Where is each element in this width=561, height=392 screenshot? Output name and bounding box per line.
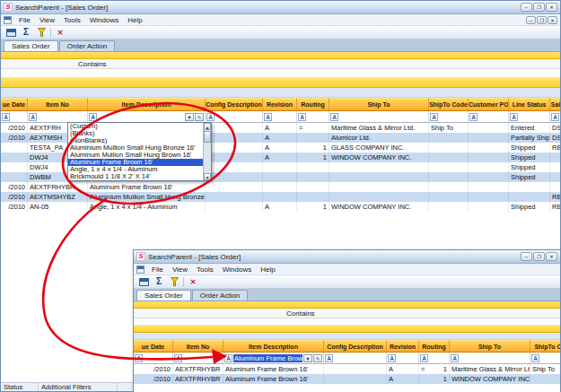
column-header[interactable]: Item No — [28, 98, 88, 110]
column-header[interactable]: ue Date — [134, 340, 173, 352]
column-header[interactable]: Customer PO — [469, 98, 509, 110]
filter-a-icon[interactable]: A — [451, 354, 459, 362]
filter-cell[interactable]: A — [324, 353, 387, 363]
tab-sales-order[interactable]: Sales Order — [136, 290, 191, 301]
column-header[interactable]: ShipTo C — [530, 340, 560, 352]
filter-a-icon[interactable]: A — [224, 354, 232, 362]
filter-cell[interactable]: A — [28, 111, 88, 122]
filter-a-icon[interactable]: A — [469, 113, 478, 121]
filter-cell[interactable]: A — [134, 353, 173, 363]
column-header[interactable]: Config Description — [324, 340, 387, 352]
filter-cell[interactable]: A — [509, 111, 550, 122]
filter-a-icon[interactable]: A — [174, 354, 182, 362]
filter-cell[interactable]: A — [1, 111, 28, 122]
menu-view[interactable]: View — [35, 16, 59, 24]
filter-cell[interactable]: A▼✎ — [88, 111, 206, 122]
dropdown-item[interactable]: Aluminium Mullion Small Hung Bronze 16' — [68, 144, 203, 152]
child-titlebar[interactable]: S SearchParent - [Sales Order] ─ ❐ ✕ — [134, 250, 560, 264]
scroll-up-icon[interactable]: ▲ — [204, 123, 211, 130]
additional-filters-panel[interactable]: Additional Filters — [39, 383, 118, 391]
scrollbar-track[interactable] — [204, 144, 211, 173]
filter-cell[interactable]: A — [530, 353, 560, 363]
filter-cell[interactable]: A — [329, 111, 429, 122]
mdi-close-icon[interactable]: ✕ — [548, 16, 557, 24]
dropdown-item[interactable]: Angle, 1 x 4 x 1/4 - Aluminum — [68, 166, 203, 173]
filter-a-icon[interactable]: A — [388, 354, 396, 362]
filter-cell[interactable]: A — [419, 353, 450, 363]
menu-windows[interactable]: Windows — [85, 16, 123, 24]
filter-cell[interactable]: A — [206, 111, 263, 122]
filter-edit-button[interactable]: ✎ — [195, 113, 204, 121]
menu-file[interactable]: File — [147, 266, 168, 274]
filter-a-icon[interactable]: A — [2, 113, 10, 121]
maximize-icon[interactable]: ❐ — [533, 3, 545, 12]
filter-cell[interactable]: A — [263, 111, 297, 122]
dropdown-scrollbar[interactable]: ▲ ▼ — [203, 123, 211, 180]
column-header[interactable]: Routing — [419, 340, 450, 352]
column-header[interactable]: Sales R — [550, 98, 560, 110]
filter-cell[interactable]: A — [550, 111, 560, 122]
menu-tools[interactable]: Tools — [192, 266, 218, 274]
menu-help[interactable]: Help — [123, 16, 146, 24]
table-row[interactable]: /2010AEXTMSHYBZAluminium Mullion Small H… — [1, 192, 560, 202]
grid-window-icon[interactable] — [4, 27, 17, 39]
menu-file[interactable]: File — [14, 16, 35, 24]
tab-sales-order[interactable]: Sales Order — [4, 40, 58, 51]
filter-dropdown-button[interactable]: ▼ — [303, 354, 312, 362]
filter-funnel-icon[interactable] — [35, 27, 48, 39]
clear-filter-icon[interactable]: ✕ — [187, 276, 199, 288]
filter-a-icon[interactable]: A — [29, 113, 37, 121]
sum-icon[interactable]: Σ — [153, 276, 165, 288]
dropdown-item[interactable]: Aluminum Frame Brown 16' — [68, 159, 203, 166]
tab-order-action[interactable]: Order Action — [59, 40, 115, 51]
menu-tools[interactable]: Tools — [59, 16, 85, 24]
menu-help[interactable]: Help — [256, 266, 279, 274]
minimize-icon[interactable]: ─ — [521, 252, 532, 261]
column-header[interactable]: Item Description — [88, 98, 206, 110]
table-row[interactable]: /2010AEXTFRHYBRAluminum Frame Brown 16'A… — [134, 374, 560, 384]
filter-value[interactable]: Aluminum Frame Brown 16' — [233, 354, 302, 362]
filter-cell[interactable]: A — [429, 111, 469, 122]
column-header[interactable]: Revision — [387, 340, 419, 352]
column-header[interactable]: Ship To — [450, 340, 530, 352]
filter-edit-button[interactable]: ✎ — [313, 354, 322, 362]
table-row[interactable]: /2010AEXTFRHYBRAluminum Frame Brown 16' — [1, 182, 560, 192]
filter-cell[interactable]: A — [297, 111, 329, 122]
dropdown-item[interactable]: (NonBlanks) — [68, 137, 203, 144]
maximize-icon[interactable]: ❐ — [533, 252, 545, 261]
filter-cell[interactable]: A — [173, 353, 224, 363]
column-header[interactable]: ue Date — [1, 98, 28, 110]
filter-a-icon[interactable]: A — [264, 113, 272, 121]
filter-a-icon[interactable]: A — [430, 113, 438, 121]
filter-cell[interactable]: AAluminum Frame Brown 16'▼✎ — [224, 353, 324, 363]
filter-a-icon[interactable]: A — [206, 113, 215, 121]
table-row[interactable]: /2010AEXTFRHYBRAluminum Frame Brown 16'A… — [134, 364, 560, 374]
filter-a-icon[interactable]: A — [135, 354, 143, 362]
filter-cell[interactable]: A — [387, 353, 419, 363]
filter-a-icon[interactable]: A — [551, 113, 559, 121]
column-header[interactable]: Item No — [173, 340, 224, 352]
close-icon[interactable]: ✕ — [546, 252, 557, 261]
main-titlebar[interactable]: S SearchParent - [Sales Order] ─ ❐ ✕ — [1, 1, 560, 14]
grid-window-icon[interactable] — [137, 276, 150, 288]
dropdown-item[interactable]: (Custom) — [68, 123, 203, 130]
filter-funnel-icon[interactable] — [168, 276, 180, 288]
filter-a-icon[interactable]: A — [325, 354, 333, 362]
dropdown-item[interactable]: Brickmould 1 1/8 X 2' X 14' — [68, 173, 203, 180]
filter-cell[interactable]: A — [469, 111, 509, 122]
filter-cell[interactable]: A — [450, 353, 530, 363]
filter-value[interactable] — [98, 113, 184, 121]
mdi-restore-icon[interactable]: ❐ — [537, 16, 547, 24]
filter-a-icon[interactable]: A — [330, 113, 338, 121]
sum-icon[interactable]: Σ — [20, 27, 32, 39]
mdi-minimize-icon[interactable]: ─ — [526, 16, 536, 24]
column-header[interactable]: Revision — [263, 98, 297, 110]
menu-view[interactable]: View — [168, 266, 192, 274]
menu-windows[interactable]: Windows — [218, 266, 256, 274]
table-row[interactable]: /2010AN-05Angle, 1 x 4 x 1/4 - AluminumA… — [1, 202, 560, 212]
minimize-icon[interactable]: ─ — [521, 3, 532, 12]
filter-a-icon[interactable]: A — [89, 113, 97, 121]
column-header[interactable]: Ship To — [329, 98, 429, 110]
close-icon[interactable]: ✕ — [546, 3, 557, 12]
column-header[interactable]: Item Description — [224, 340, 324, 352]
